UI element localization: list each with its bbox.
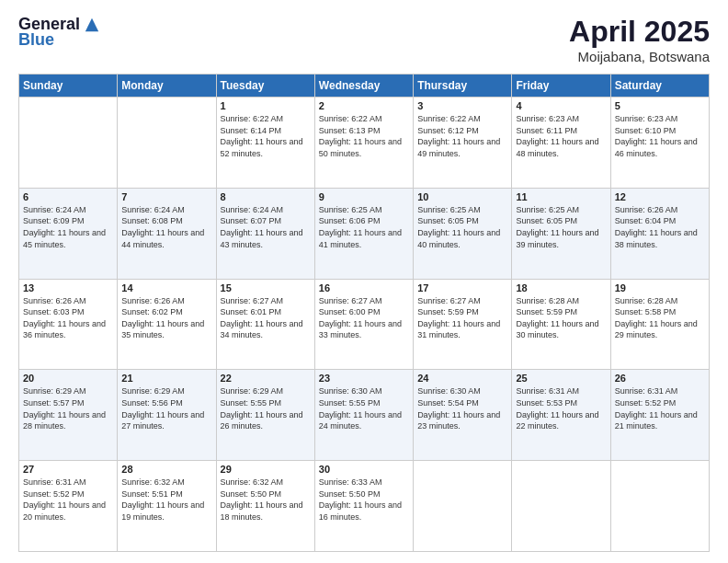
table-row: 28Sunrise: 6:32 AM Sunset: 5:51 PM Dayli… [118, 461, 216, 552]
day-number: 1 [221, 100, 311, 111]
title-location: Moijabana, Botswana [569, 49, 710, 64]
table-row: 5Sunrise: 6:23 AM Sunset: 6:10 PM Daylig… [610, 98, 709, 189]
day-info: Sunrise: 6:29 AM Sunset: 5:57 PM Dayligh… [23, 385, 113, 431]
col-saturday: Saturday [610, 75, 709, 98]
table-row: 9Sunrise: 6:25 AM Sunset: 6:06 PM Daylig… [314, 188, 413, 279]
table-row: 12Sunrise: 6:26 AM Sunset: 6:04 PM Dayli… [610, 188, 709, 279]
day-info: Sunrise: 6:30 AM Sunset: 5:55 PM Dayligh… [319, 385, 409, 431]
day-info: Sunrise: 6:29 AM Sunset: 5:56 PM Dayligh… [121, 385, 211, 431]
table-row: 16Sunrise: 6:27 AM Sunset: 6:00 PM Dayli… [314, 279, 413, 370]
day-info: Sunrise: 6:27 AM Sunset: 6:01 PM Dayligh… [221, 295, 311, 341]
day-info: Sunrise: 6:31 AM Sunset: 5:53 PM Dayligh… [516, 385, 606, 431]
table-row: 24Sunrise: 6:30 AM Sunset: 5:54 PM Dayli… [414, 370, 512, 461]
day-number: 21 [121, 373, 211, 384]
day-number: 16 [319, 282, 409, 293]
day-info: Sunrise: 6:28 AM Sunset: 5:58 PM Dayligh… [615, 295, 705, 341]
col-wednesday: Wednesday [314, 75, 413, 98]
day-number: 5 [615, 100, 705, 111]
table-row: 2Sunrise: 6:22 AM Sunset: 6:13 PM Daylig… [314, 98, 413, 189]
day-number: 6 [23, 191, 113, 202]
day-number: 25 [516, 373, 606, 384]
day-info: Sunrise: 6:31 AM Sunset: 5:52 PM Dayligh… [23, 477, 113, 523]
day-info: Sunrise: 6:30 AM Sunset: 5:54 PM Dayligh… [417, 385, 507, 431]
table-row: 10Sunrise: 6:25 AM Sunset: 6:05 PM Dayli… [414, 188, 512, 279]
calendar-week-row: 13Sunrise: 6:26 AM Sunset: 6:03 PM Dayli… [19, 279, 710, 370]
table-row: 15Sunrise: 6:27 AM Sunset: 6:01 PM Dayli… [216, 279, 314, 370]
day-number: 17 [417, 282, 507, 293]
table-row: 30Sunrise: 6:33 AM Sunset: 5:50 PM Dayli… [314, 461, 413, 552]
table-row: 17Sunrise: 6:27 AM Sunset: 5:59 PM Dayli… [414, 279, 512, 370]
page: General Blue April 2025 Moijabana, Botsw… [0, 0, 728, 563]
day-number: 4 [516, 100, 606, 111]
day-info: Sunrise: 6:27 AM Sunset: 6:00 PM Dayligh… [319, 295, 409, 341]
day-number: 12 [615, 191, 705, 202]
calendar-week-row: 6Sunrise: 6:24 AM Sunset: 6:09 PM Daylig… [19, 188, 710, 279]
day-number: 13 [23, 282, 113, 293]
table-row: 13Sunrise: 6:26 AM Sunset: 6:03 PM Dayli… [19, 279, 118, 370]
day-info: Sunrise: 6:29 AM Sunset: 5:55 PM Dayligh… [221, 385, 311, 431]
table-row: 14Sunrise: 6:26 AM Sunset: 6:02 PM Dayli… [118, 279, 216, 370]
day-info: Sunrise: 6:24 AM Sunset: 6:09 PM Dayligh… [23, 204, 113, 250]
day-info: Sunrise: 6:28 AM Sunset: 5:59 PM Dayligh… [516, 295, 606, 341]
title-area: April 2025 Moijabana, Botswana [569, 15, 710, 64]
day-info: Sunrise: 6:32 AM Sunset: 5:51 PM Dayligh… [121, 477, 211, 523]
svg-marker-0 [85, 17, 98, 30]
header: General Blue April 2025 Moijabana, Botsw… [18, 15, 710, 64]
day-info: Sunrise: 6:26 AM Sunset: 6:04 PM Dayligh… [615, 204, 705, 250]
table-row [19, 98, 118, 189]
logo: General Blue [18, 15, 100, 50]
day-number: 8 [221, 191, 311, 202]
calendar-week-row: 1Sunrise: 6:22 AM Sunset: 6:14 PM Daylig… [19, 98, 710, 189]
table-row: 27Sunrise: 6:31 AM Sunset: 5:52 PM Dayli… [19, 461, 118, 552]
logo-blue-text: Blue [18, 30, 54, 50]
table-row [118, 98, 216, 189]
col-tuesday: Tuesday [216, 75, 314, 98]
calendar-header-row: Sunday Monday Tuesday Wednesday Thursday… [19, 75, 710, 98]
day-info: Sunrise: 6:26 AM Sunset: 6:02 PM Dayligh… [121, 295, 211, 341]
day-number: 28 [121, 464, 211, 475]
col-sunday: Sunday [19, 75, 118, 98]
day-number: 22 [221, 373, 311, 384]
day-info: Sunrise: 6:33 AM Sunset: 5:50 PM Dayligh… [319, 477, 409, 523]
day-info: Sunrise: 6:26 AM Sunset: 6:03 PM Dayligh… [23, 295, 113, 341]
col-friday: Friday [512, 75, 610, 98]
day-info: Sunrise: 6:22 AM Sunset: 6:12 PM Dayligh… [417, 113, 507, 159]
day-number: 30 [319, 464, 409, 475]
day-info: Sunrise: 6:27 AM Sunset: 5:59 PM Dayligh… [417, 295, 507, 341]
day-info: Sunrise: 6:22 AM Sunset: 6:14 PM Dayligh… [221, 113, 311, 159]
table-row: 22Sunrise: 6:29 AM Sunset: 5:55 PM Dayli… [216, 370, 314, 461]
table-row: 29Sunrise: 6:32 AM Sunset: 5:50 PM Dayli… [216, 461, 314, 552]
day-info: Sunrise: 6:24 AM Sunset: 6:07 PM Dayligh… [221, 204, 311, 250]
day-number: 10 [417, 191, 507, 202]
day-info: Sunrise: 6:25 AM Sunset: 6:05 PM Dayligh… [417, 204, 507, 250]
table-row: 26Sunrise: 6:31 AM Sunset: 5:52 PM Dayli… [610, 370, 709, 461]
table-row: 7Sunrise: 6:24 AM Sunset: 6:08 PM Daylig… [118, 188, 216, 279]
table-row: 11Sunrise: 6:25 AM Sunset: 6:05 PM Dayli… [512, 188, 610, 279]
title-month: April 2025 [569, 15, 710, 49]
table-row [610, 461, 709, 552]
day-number: 7 [121, 191, 211, 202]
day-info: Sunrise: 6:32 AM Sunset: 5:50 PM Dayligh… [221, 477, 311, 523]
table-row: 21Sunrise: 6:29 AM Sunset: 5:56 PM Dayli… [118, 370, 216, 461]
day-number: 19 [615, 282, 705, 293]
table-row: 23Sunrise: 6:30 AM Sunset: 5:55 PM Dayli… [314, 370, 413, 461]
calendar-table: Sunday Monday Tuesday Wednesday Thursday… [18, 74, 710, 552]
table-row [512, 461, 610, 552]
col-monday: Monday [118, 75, 216, 98]
day-number: 24 [417, 373, 507, 384]
day-number: 2 [319, 100, 409, 111]
day-info: Sunrise: 6:24 AM Sunset: 6:08 PM Dayligh… [121, 204, 211, 250]
table-row: 20Sunrise: 6:29 AM Sunset: 5:57 PM Dayli… [19, 370, 118, 461]
day-info: Sunrise: 6:25 AM Sunset: 6:06 PM Dayligh… [319, 204, 409, 250]
day-info: Sunrise: 6:23 AM Sunset: 6:11 PM Dayligh… [516, 113, 606, 159]
table-row [414, 461, 512, 552]
table-row: 4Sunrise: 6:23 AM Sunset: 6:11 PM Daylig… [512, 98, 610, 189]
table-row: 1Sunrise: 6:22 AM Sunset: 6:14 PM Daylig… [216, 98, 314, 189]
day-number: 15 [221, 282, 311, 293]
day-number: 26 [615, 373, 705, 384]
table-row: 19Sunrise: 6:28 AM Sunset: 5:58 PM Dayli… [610, 279, 709, 370]
day-number: 29 [221, 464, 311, 475]
day-number: 9 [319, 191, 409, 202]
logo-icon [84, 17, 100, 33]
table-row: 6Sunrise: 6:24 AM Sunset: 6:09 PM Daylig… [19, 188, 118, 279]
